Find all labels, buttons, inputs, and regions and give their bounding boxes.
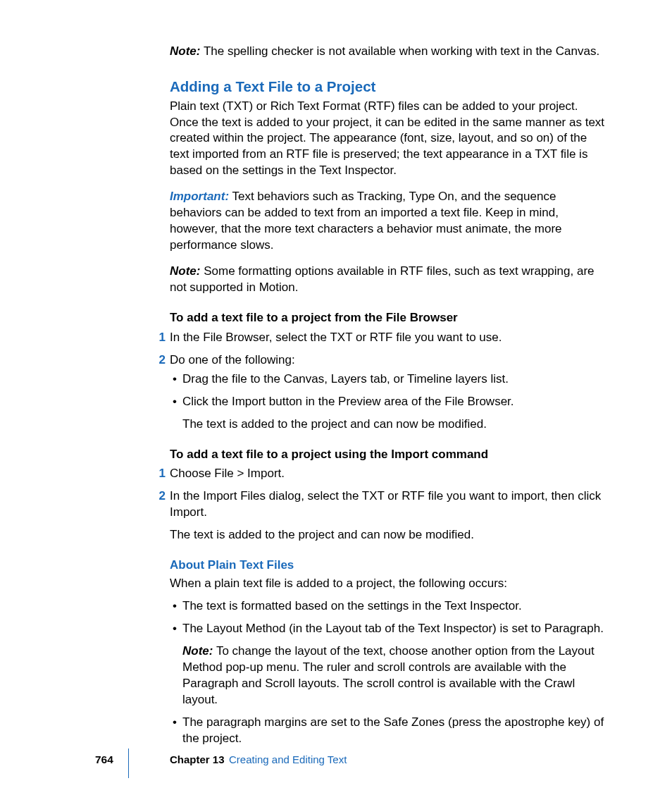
note-rtf: Note: Some formatting options available … (170, 264, 607, 296)
note-label: Note: (170, 264, 200, 278)
step-text: Do one of the following: (170, 353, 295, 366)
bullet-text: Drag the file to the Canvas, Layers tab,… (182, 372, 509, 386)
task-heading-import: To add a text file to a project using th… (170, 447, 607, 463)
list-item: Click the Import button in the Preview a… (182, 394, 607, 433)
bullet-text: The paragraph margins are set to the Saf… (182, 715, 604, 745)
task1-steps: 1 In the File Browser, select the TXT or… (170, 330, 607, 433)
step-number: 2 (157, 488, 166, 505)
list-item: The paragraph margins are set to the Saf… (182, 715, 607, 747)
list-item: The text is formatted based on the setti… (182, 598, 607, 615)
list-item: 1 Choose File > Import. (170, 466, 607, 482)
task2-steps: 1 Choose File > Import. 2 In the Import … (170, 466, 607, 543)
bullet-text: Click the Import button in the Preview a… (182, 395, 514, 408)
important-label: Important: (170, 190, 229, 203)
task1-bullets: Drag the file to the Canvas, Layers tab,… (182, 371, 607, 433)
list-item: 1 In the File Browser, select the TXT or… (170, 330, 607, 346)
note-label: Note: (170, 44, 200, 58)
step-text: Choose File > Import. (170, 467, 285, 480)
bullet-text: The Layout Method (in the Layout tab of … (182, 622, 604, 635)
list-item: 2 In the Import Files dialog, select the… (170, 488, 607, 543)
note-spelling: Note: The spelling checker is not availa… (170, 44, 607, 60)
note-text: Some formatting options available in RTF… (170, 264, 595, 294)
step-number: 2 (157, 352, 166, 369)
subsection-bullets: The text is formatted based on the setti… (182, 598, 607, 747)
section-intro: Plain text (TXT) or Rich Text Format (RT… (170, 99, 607, 180)
footer-rule (128, 749, 129, 778)
note-text: To change the layout of the text, choose… (182, 644, 595, 706)
section-heading: Adding a Text File to a Project (170, 77, 607, 97)
page-footer: 764 Chapter 13 Creating and Editing Text (0, 753, 672, 771)
important-text: Text behaviors such as Tracking, Type On… (170, 190, 562, 252)
bullet-text: The text is formatted based on the setti… (182, 599, 522, 612)
note-label: Note: (182, 644, 213, 658)
subsection-intro: When a plain text file is added to a pro… (170, 576, 607, 592)
list-item: 2 Do one of the following: Drag the file… (170, 352, 607, 433)
step-number: 1 (157, 330, 166, 346)
step-text: In the Import Files dialog, select the T… (170, 489, 601, 519)
chapter-label: Chapter 13 (170, 753, 225, 767)
chapter-title: Creating and Editing Text (229, 753, 347, 767)
page-content: Note: The spelling checker is not availa… (0, 0, 672, 747)
step-after: The text is added to the project and can… (170, 527, 607, 543)
step-text: In the File Browser, select the TXT or R… (170, 331, 502, 344)
step-number: 1 (157, 466, 166, 482)
list-item: Drag the file to the Canvas, Layers tab,… (182, 371, 607, 388)
task-heading-filebrowser: To add a text file to a project from the… (170, 310, 607, 326)
list-item: The Layout Method (in the Layout tab of … (182, 621, 607, 708)
subsection-heading: About Plain Text Files (170, 557, 607, 574)
page-number: 764 (95, 753, 113, 768)
bullet-note: Note: To change the layout of the text, … (182, 643, 607, 708)
important-para: Important: Text behaviors such as Tracki… (170, 189, 607, 254)
note-text: The spelling checker is not available wh… (204, 44, 599, 58)
bullet-subtext: The text is added to the project and can… (182, 417, 607, 433)
